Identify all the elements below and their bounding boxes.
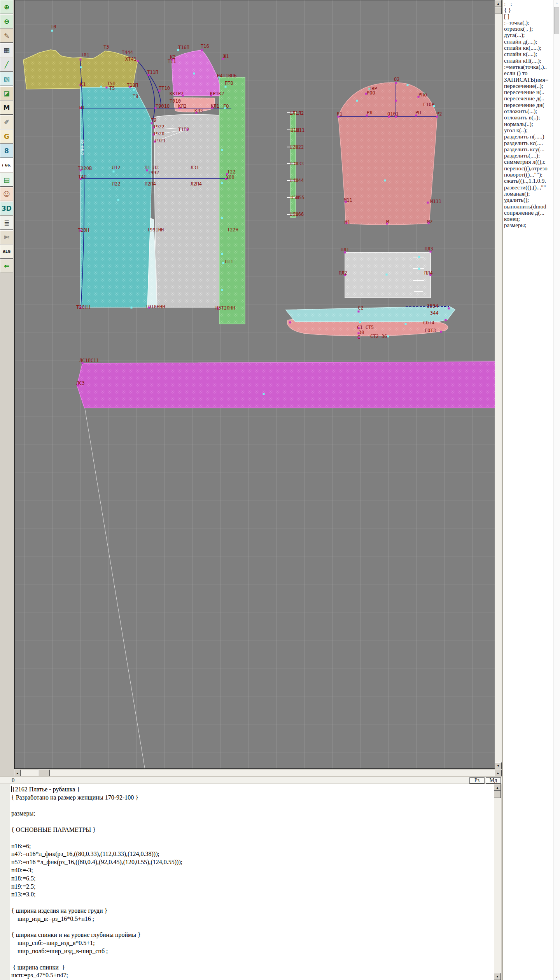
point-marker[interactable] (440, 331, 442, 333)
editor-line[interactable]: п57:=п16 *л_фнк(рз_16,((80,0.4),(92,0.45… (11, 858, 182, 866)
point-marker[interactable] (221, 253, 223, 255)
command-item[interactable]: размеры; (504, 222, 553, 228)
editor-line[interactable]: шсп:=рз_47*0.5+п47; (11, 971, 182, 980)
pattern-drawing[interactable]: Т0Т3Т01Т444ХТ41Т16ПТ16Ж1К2Т11Т11ПТТ10Н4Т… (15, 0, 495, 768)
command-item[interactable]: угол к(..); (504, 127, 553, 133)
zoom-in-button[interactable]: ⊕ (0, 0, 13, 14)
command-item[interactable]: сплайн д(....); (504, 38, 553, 45)
editor-line[interactable]: п13:=3.0; (11, 891, 182, 899)
editor-line[interactable] (11, 834, 182, 842)
editor-line[interactable]: { ОСНОВНЫЕ ПАРАМЕТРЫ } (11, 826, 182, 834)
program-editor[interactable]: {2162 Платье - рубашка }{ Разработано на… (0, 784, 494, 980)
g-curves-button[interactable]: G (0, 130, 13, 144)
canvas-vscroll-track[interactable] (495, 7, 502, 762)
command-item[interactable]: удалить(); (504, 197, 553, 203)
md-button[interactable]: Мд (486, 777, 501, 784)
canvas-hscroll-track[interactable] (21, 770, 495, 776)
editor-line[interactable]: п16:=6; (11, 842, 182, 850)
list-document-button[interactable]: ≣ (0, 216, 13, 230)
command-item[interactable]: пересечение(..); (504, 83, 553, 89)
point-marker[interactable] (387, 336, 389, 338)
command-item[interactable]: { } (504, 7, 553, 13)
command-item[interactable]: разделить н(.....) (504, 133, 553, 140)
editor-text[interactable]: {2162 Платье - рубашка }{ Разработано на… (11, 786, 182, 980)
editor-line[interactable]: п18:=6.5; (11, 875, 182, 883)
commands-scroll-thumb[interactable] (554, 7, 559, 34)
sleeve-piece[interactable] (338, 83, 437, 225)
point-marker[interactable] (418, 256, 420, 258)
command-item[interactable]: пересечение д(.. (504, 95, 553, 102)
command-item[interactable]: сплайн кк(.....); (504, 45, 553, 51)
point-marker[interactable] (222, 262, 224, 264)
point-marker[interactable] (80, 66, 82, 68)
rz-button[interactable]: Рз (469, 777, 485, 784)
command-item[interactable]: симметрия л((),с (504, 159, 553, 165)
command-item[interactable]: [ ] (504, 13, 553, 19)
point-marker[interactable] (221, 182, 223, 184)
point-marker[interactable] (225, 86, 227, 88)
editor-scroll-up-button[interactable]: ▴ (494, 784, 501, 791)
command-item[interactable]: сжать(()..,1.1.0.9. (504, 178, 553, 184)
commands-scrollbar[interactable]: ⌃ ⌄ (553, 0, 560, 980)
command-item[interactable]: ломаная(); (504, 191, 553, 197)
drawing-canvas[interactable]: Т0Т3Т01Т444ХТ41Т16ПТ16Ж1К2Т11Т11ПТТ10Н4Т… (14, 0, 495, 769)
point-marker[interactable] (80, 59, 82, 61)
editor-vscroll-thumb[interactable] (494, 791, 501, 798)
point-marker[interactable] (445, 319, 447, 321)
point-marker[interactable] (407, 84, 409, 86)
point-marker[interactable] (395, 82, 397, 84)
point-marker[interactable] (100, 86, 102, 88)
command-item[interactable]: разделить ксу(... (504, 146, 553, 152)
sketch-document-button[interactable]: ✎ (0, 29, 13, 43)
i66-button[interactable]: i_66. (0, 158, 13, 172)
point-marker[interactable] (221, 149, 223, 151)
editor-line[interactable]: шир_полб:=шир_изд_в-шир_спб ; (11, 947, 182, 956)
drafting-tools-button[interactable]: ✐ (0, 115, 13, 129)
point-marker[interactable] (137, 60, 139, 62)
command-item[interactable]: отрезок( , ); (504, 26, 553, 32)
command-item[interactable]: пересечение дн( (504, 102, 553, 108)
command-item[interactable]: конец; (504, 216, 553, 222)
editor-line[interactable]: { ширина спинки } (11, 964, 182, 972)
point-marker[interactable] (427, 202, 429, 204)
point-marker[interactable] (51, 30, 53, 32)
editor-line[interactable] (11, 818, 182, 826)
m-document-button[interactable]: M (0, 101, 13, 115)
point-marker[interactable] (193, 73, 195, 75)
point-marker[interactable] (359, 321, 361, 323)
cut-book-button[interactable]: ✄ (0, 230, 13, 244)
point-marker[interactable] (405, 323, 407, 325)
editor-line[interactable]: { ширина спинки и на уровне глубины прой… (11, 931, 182, 939)
grid-button[interactable]: ▦ (0, 43, 13, 57)
canvas-scroll-right-button[interactable]: ▸ (495, 770, 502, 776)
editor-line[interactable] (11, 899, 182, 907)
command-item[interactable]: выполнить(dmod (504, 203, 553, 210)
canvas-scroll-down-button[interactable]: ▾ (495, 762, 502, 769)
commands-scroll-down-button[interactable]: ⌄ (553, 973, 560, 979)
back-bodice-piece[interactable] (80, 88, 152, 307)
editor-line[interactable]: размеры; (11, 810, 182, 818)
point-marker[interactable] (221, 289, 223, 291)
exit-button[interactable]: ⇐ (0, 259, 13, 273)
point-marker[interactable] (289, 322, 291, 324)
command-item[interactable]: поворот(()..,""); (504, 172, 553, 178)
segment-button[interactable]: ╱ (0, 58, 13, 72)
editor-line[interactable] (11, 923, 182, 931)
editor-line[interactable] (11, 956, 182, 964)
command-item[interactable]: пересечение н(.. (504, 89, 553, 95)
editor-line[interactable]: { Разработано на размер женщины 170-92-1… (11, 794, 182, 802)
zoom-out-button[interactable]: ⊖ (0, 14, 13, 28)
canvas-hscroll-thumb[interactable] (38, 770, 50, 776)
point-marker[interactable] (221, 217, 223, 219)
canvas-scroll-left-button[interactable]: ◂ (14, 770, 21, 776)
point-marker[interactable] (448, 308, 450, 310)
command-item[interactable]: если () то (504, 70, 553, 76)
point-marker[interactable] (263, 393, 265, 395)
point-marker[interactable] (106, 87, 108, 89)
point-marker[interactable] (418, 268, 420, 270)
portrait-button[interactable]: ☺ (0, 187, 13, 201)
commands-scroll-up-button[interactable]: ⌃ (553, 1, 560, 7)
command-item[interactable]: нормаль(..); (504, 121, 553, 127)
belt-band-piece[interactable] (77, 362, 495, 408)
point-marker[interactable] (117, 199, 119, 201)
